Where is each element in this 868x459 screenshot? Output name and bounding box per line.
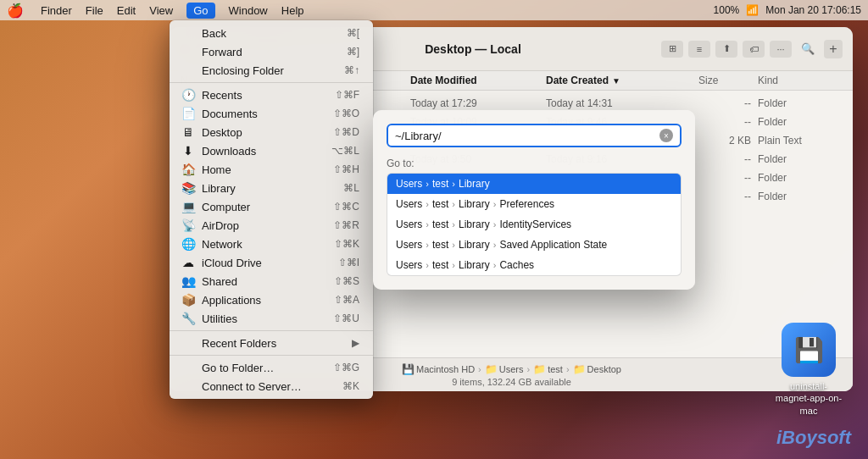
- add-button[interactable]: +: [824, 40, 843, 58]
- menu-item-utilities[interactable]: 🔧 Utilities ⇧⌘U: [170, 309, 373, 328]
- file-size: --: [698, 172, 758, 184]
- file-size: --: [698, 97, 758, 109]
- menu-item-shortcut: ⇧⌘C: [333, 201, 359, 213]
- menubar: 🍎 Finder File Edit View Go Window Help 1…: [0, 0, 868, 20]
- desktop-icon[interactable]: 💾 uninstall-magnet-app-on-mac: [775, 323, 843, 417]
- desktop-icon-image: 💾: [782, 323, 836, 377]
- view-toggle[interactable]: ⊞: [661, 41, 683, 58]
- breadcrumb-item[interactable]: 📁test: [533, 363, 563, 375]
- breadcrumb-icon: 📁: [485, 363, 498, 375]
- menu-item-shortcut: ⇧⌘H: [333, 163, 359, 175]
- file-size: --: [698, 153, 758, 165]
- menubar-datetime: Mon Jan 20 17:06:15: [765, 4, 861, 16]
- menu-item-goto-folder[interactable]: Go to Folder… ⇧⌘G: [170, 358, 373, 377]
- menu-item-connect-server[interactable]: Connect to Server… ⌘K: [170, 377, 373, 395]
- menubar-go[interactable]: Go: [186, 3, 214, 19]
- menu-item-shortcut: ⌘K: [342, 380, 359, 392]
- menu-item-shared[interactable]: 👥 Shared ⇧⌘S: [170, 272, 373, 290]
- suggestion-item[interactable]: Users › test › Library › Caches: [387, 255, 681, 275]
- menu-item-label: Forward: [202, 46, 347, 58]
- menubar-window[interactable]: Window: [229, 4, 268, 17]
- menu-item-shortcut: ⌘L: [343, 182, 359, 194]
- sort-button[interactable]: ≡: [688, 41, 710, 58]
- breadcrumb-item[interactable]: 📁Desktop: [573, 363, 621, 375]
- suggestion-item[interactable]: Users › test › Library › Preferences: [387, 194, 681, 214]
- menubar-file[interactable]: File: [86, 4, 103, 17]
- menu-item-computer[interactable]: 💻 Computer ⇧⌘C: [170, 197, 373, 216]
- menu-item-label: Connect to Server…: [202, 380, 342, 393]
- share-button[interactable]: ⬆: [715, 41, 737, 58]
- goto-dialog: × Go to: Users › test › LibraryUsers › t…: [373, 110, 695, 290]
- suggestion-label: IdentityServices: [499, 218, 571, 230]
- menu-item-label: AirDrop: [202, 219, 333, 232]
- menu-item-icon: 💻: [180, 200, 197, 213]
- menu-item-applications[interactable]: 📦 Applications ⇧⌘A: [170, 290, 373, 309]
- menu-item-recents[interactable]: 🕐 Recents ⇧⌘F: [170, 86, 373, 104]
- suggestion-item[interactable]: Users › test › Library: [387, 174, 681, 194]
- menu-item-desktop[interactable]: 🖥 Desktop ⇧⌘D: [170, 123, 373, 141]
- breadcrumb-separator: ›: [478, 364, 481, 374]
- menu-separator: [170, 82, 373, 83]
- menubar-help[interactable]: Help: [281, 4, 304, 17]
- menu-item-enclosing[interactable]: Enclosing Folder ⌘↑: [170, 61, 373, 80]
- col-header-date-created[interactable]: Date Created ▼: [546, 75, 698, 86]
- toolbar-controls: ⊞ ≡ ⬆ 🏷 ··· 🔍 +: [661, 40, 843, 58]
- menu-item-shortcut: ▶: [352, 337, 359, 349]
- menubar-finder[interactable]: Finder: [41, 4, 72, 17]
- suggestion-item[interactable]: Users › test › Library › Saved Applicati…: [387, 235, 681, 255]
- breadcrumb-icon: 💾: [402, 363, 415, 375]
- menu-item-recent-folders[interactable]: Recent Folders ▶: [170, 334, 373, 352]
- suggestion-label: Caches: [499, 259, 534, 271]
- suggestion-label: Preferences: [499, 198, 554, 210]
- menu-item-home[interactable]: 🏠 Home ⇧⌘H: [170, 160, 373, 179]
- menu-item-icon: 📄: [180, 107, 197, 120]
- iboysoft-watermark: iBoysoft: [776, 427, 851, 449]
- menu-item-shortcut: ⇧⌘K: [334, 238, 359, 250]
- menu-item-library[interactable]: 📚 Library ⌘L: [170, 179, 373, 197]
- file-date-mod: Today at 17:29: [410, 97, 546, 109]
- col-header-date-mod[interactable]: Date Modified: [410, 75, 546, 86]
- goto-label: Go to:: [387, 158, 682, 169]
- breadcrumb-item[interactable]: 📁Users: [485, 363, 524, 375]
- menu-item-icloud[interactable]: ☁ iCloud Drive ⇧⌘I: [170, 253, 373, 272]
- goto-input[interactable]: [395, 130, 659, 142]
- menu-item-icon: 🌐: [180, 237, 197, 251]
- file-kind: Folder: [758, 97, 843, 109]
- col-header-kind: Kind: [758, 75, 843, 86]
- search-button[interactable]: 🔍: [797, 41, 819, 58]
- menu-item-back[interactable]: Back ⌘[: [170, 24, 373, 42]
- breadcrumb-separator: ›: [527, 364, 531, 374]
- breadcrumb-item[interactable]: 💾Macintosh HD: [402, 363, 475, 375]
- menu-item-shortcut: ⌘[: [347, 27, 359, 39]
- file-kind: Folder: [758, 172, 843, 184]
- suggestion-item[interactable]: Users › test › Library › IdentityService…: [387, 214, 681, 235]
- menu-item-label: Computer: [202, 201, 333, 213]
- suggestion-label: Saved Application State: [499, 239, 607, 251]
- menu-item-label: Desktop: [202, 126, 333, 139]
- apple-menu[interactable]: 🍎: [7, 3, 24, 19]
- menu-item-downloads[interactable]: ⬇ Downloads ⌥⌘L: [170, 141, 373, 160]
- col-header-size: Size: [698, 75, 758, 86]
- menu-item-shortcut: ⇧⌘A: [334, 294, 359, 306]
- suggestion-label: Library: [459, 178, 490, 190]
- menubar-edit[interactable]: Edit: [117, 4, 136, 17]
- breadcrumb: 💾Macintosh HD›📁Users›📁test›📁Desktop: [402, 363, 621, 375]
- menu-item-airdrop[interactable]: 📡 AirDrop ⇧⌘R: [170, 216, 373, 235]
- menu-item-documents[interactable]: 📄 Documents ⇧⌘O: [170, 104, 373, 123]
- menu-item-label: Home: [202, 163, 333, 176]
- breadcrumb-icon: 📁: [573, 363, 586, 375]
- goto-clear-button[interactable]: ×: [659, 129, 673, 142]
- goto-suggestions: Users › test › LibraryUsers › test › Lib…: [387, 173, 682, 276]
- tag-button[interactable]: 🏷: [743, 41, 765, 58]
- menubar-view[interactable]: View: [149, 4, 173, 17]
- menu-item-label: Recents: [202, 89, 335, 102]
- menu-item-forward[interactable]: Forward ⌘]: [170, 42, 373, 61]
- menu-item-shortcut: ⇧⌘I: [338, 257, 359, 268]
- menu-item-shortcut: ⇧⌘S: [334, 275, 359, 287]
- menu-item-label: Utilities: [202, 312, 333, 325]
- menu-item-network[interactable]: 🌐 Network ⇧⌘K: [170, 235, 373, 253]
- menu-item-label: Documents: [202, 108, 333, 120]
- menu-item-icon: 🖥: [180, 125, 197, 139]
- menu-item-shortcut: ⌘]: [347, 46, 359, 58]
- action-button[interactable]: ···: [770, 41, 792, 58]
